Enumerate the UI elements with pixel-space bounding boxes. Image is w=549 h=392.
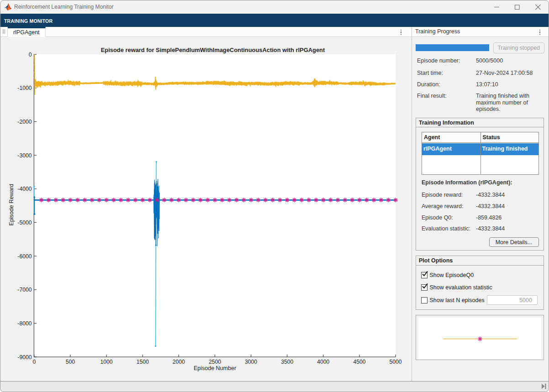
- svg-text:-2000: -2000: [17, 119, 32, 125]
- svg-text:0: 0: [29, 52, 32, 58]
- svg-text:4000: 4000: [317, 359, 329, 365]
- svg-text:-7000: -7000: [17, 287, 32, 293]
- svg-text:-3000: -3000: [17, 152, 32, 159]
- svg-text:Episode Reward: Episode Reward: [8, 184, 15, 226]
- svg-text:5000: 5000: [390, 359, 402, 365]
- svg-text:-8000: -8000: [17, 320, 32, 327]
- svg-text:Episode Number: Episode Number: [194, 365, 236, 371]
- svg-text:1500: 1500: [137, 359, 149, 365]
- svg-text:1000: 1000: [100, 359, 113, 365]
- svg-text:2000: 2000: [173, 359, 185, 365]
- svg-text:-5000: -5000: [17, 220, 32, 226]
- svg-text:4500: 4500: [353, 359, 365, 365]
- svg-text:-1000: -1000: [17, 85, 32, 91]
- svg-text:-9000: -9000: [17, 354, 32, 361]
- svg-text:2500: 2500: [209, 359, 221, 365]
- svg-text:0: 0: [32, 359, 36, 365]
- svg-text:-6000: -6000: [17, 253, 32, 260]
- svg-text:3500: 3500: [281, 359, 293, 365]
- svg-text:-4000: -4000: [17, 186, 32, 192]
- svg-text:3000: 3000: [245, 359, 257, 365]
- svg-text:Episode reward for SimplePendl: Episode reward for SimplePendlumWithImag…: [101, 47, 325, 53]
- svg-text:500: 500: [66, 359, 75, 365]
